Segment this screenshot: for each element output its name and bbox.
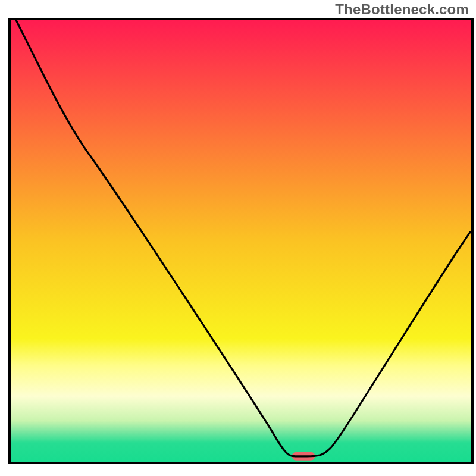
chart-background [10, 19, 472, 463]
bottleneck-chart [0, 0, 476, 476]
watermark-text: TheBottleneck.com [335, 1, 469, 18]
chart-container: TheBottleneck.com [0, 0, 476, 476]
